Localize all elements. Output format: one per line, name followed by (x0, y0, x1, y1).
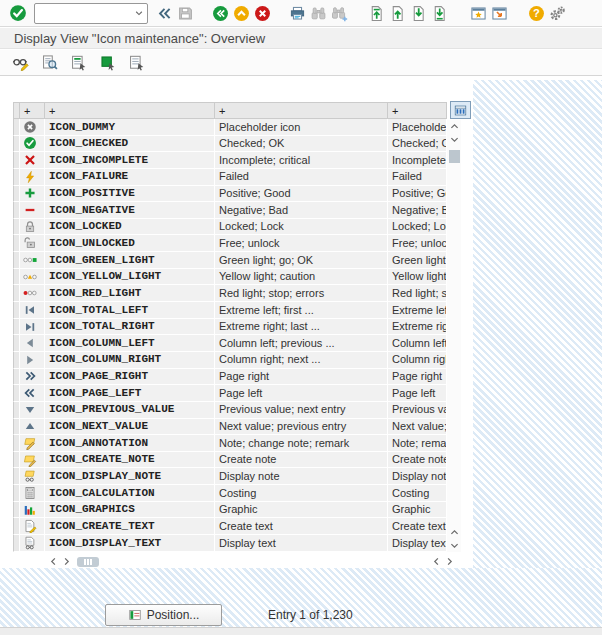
row-selector[interactable] (13, 535, 20, 552)
description2-cell[interactable]: Negative; Bad (388, 202, 447, 219)
first-page-button[interactable] (366, 2, 387, 24)
row-selector[interactable] (13, 186, 20, 203)
table-row[interactable]: ICON_NEXT_VALUENext value; previous entr… (13, 419, 461, 436)
row-icon-cell[interactable] (20, 485, 45, 502)
vertical-scrollbar[interactable] (447, 120, 461, 552)
description-cell[interactable]: Display note (215, 468, 388, 485)
row-icon-cell[interactable] (20, 419, 45, 436)
scroll-left-button[interactable] (47, 555, 60, 568)
row-icon-cell[interactable] (20, 302, 45, 319)
row-selector[interactable] (13, 319, 20, 336)
row-icon-cell[interactable] (20, 402, 45, 419)
table-row[interactable]: ICON_GREEN_LIGHTGreen light; go; OKGreen… (13, 252, 461, 269)
page-down-button[interactable] (408, 2, 429, 24)
description-cell[interactable]: Checked; OK (215, 136, 388, 153)
description-cell[interactable]: Next value; previous entry (215, 419, 388, 436)
row-selector[interactable] (13, 369, 20, 386)
row-selector[interactable] (13, 452, 20, 469)
row-icon-cell[interactable] (20, 468, 45, 485)
command-field[interactable] (34, 3, 148, 24)
description-cell[interactable]: Graphic (215, 502, 388, 519)
table-row[interactable]: ICON_POSITIVEPositive; GoodPositive; Goo… (13, 186, 461, 203)
icon-name-cell[interactable]: ICON_YELLOW_LIGHT (45, 269, 215, 286)
description-cell[interactable]: Failed (215, 169, 388, 186)
table-row[interactable]: ICON_RED_LIGHTRed light; stop; errorsRed… (13, 285, 461, 302)
description2-cell[interactable]: Column left; previous ... (388, 335, 447, 352)
description-cell[interactable]: Free; unlock (215, 235, 388, 252)
column-header-3[interactable]: + (388, 102, 447, 119)
row-icon-cell[interactable] (20, 452, 45, 469)
row-selector[interactable] (13, 385, 20, 402)
icon-name-cell[interactable]: ICON_INCOMPLETE (45, 152, 215, 169)
scroll-down-button[interactable] (448, 133, 461, 146)
row-selector[interactable] (13, 402, 20, 419)
icon-name-cell[interactable]: ICON_ANNOTATION (45, 435, 215, 452)
cancel-button[interactable] (252, 2, 273, 24)
table-settings-button[interactable] (450, 101, 471, 119)
description-cell[interactable]: Create note (215, 452, 388, 469)
table-row[interactable]: ICON_ANNOTATIONNote; change note; remark… (13, 435, 461, 452)
icon-name-cell[interactable]: ICON_PREVIOUS_VALUE (45, 402, 215, 419)
description-cell[interactable]: Column left; previous ... (215, 335, 388, 352)
row-icon-cell[interactable] (20, 119, 45, 136)
chevron-down-icon[interactable] (134, 8, 144, 18)
description2-cell[interactable]: Green light; go; OK (388, 252, 447, 269)
position-button[interactable]: Position... (105, 604, 222, 626)
icon-name-cell[interactable]: ICON_NEXT_VALUE (45, 419, 215, 436)
table-row[interactable]: ICON_FAILUREFailedFailed (13, 169, 461, 186)
icon-name-cell[interactable]: ICON_CHECKED (45, 136, 215, 153)
description2-cell[interactable]: Locked; Lock (388, 219, 447, 236)
row-selector[interactable] (13, 468, 20, 485)
description-cell[interactable]: Costing (215, 485, 388, 502)
description-cell[interactable]: Incomplete; critical (215, 152, 388, 169)
row-icon-cell[interactable] (20, 352, 45, 369)
print-button[interactable] (287, 2, 308, 24)
table-row[interactable]: ICON_PAGE_RIGHTPage rightPage right (13, 369, 461, 386)
last-page-button[interactable] (429, 2, 450, 24)
row-selector[interactable] (13, 235, 20, 252)
row-icon-cell[interactable] (20, 369, 45, 386)
table-row[interactable]: ICON_PREVIOUS_VALUEPrevious value; next … (13, 402, 461, 419)
new-session-button[interactable] (468, 2, 489, 24)
table-row[interactable]: ICON_INCOMPLETEIncomplete; criticalIncom… (13, 152, 461, 169)
table-row[interactable]: ICON_TOTAL_RIGHTExtreme right; last ...E… (13, 319, 461, 336)
table-row[interactable]: ICON_LOCKEDLocked; LockLocked; Lock (13, 219, 461, 236)
icon-name-cell[interactable]: ICON_COLUMN_RIGHT (45, 352, 215, 369)
icon-name-cell[interactable]: ICON_LOCKED (45, 219, 215, 236)
description-cell[interactable]: Green light; go; OK (215, 252, 388, 269)
help-button[interactable]: ? (526, 2, 547, 24)
description-cell[interactable]: Create text (215, 518, 388, 535)
table-row[interactable]: ICON_DUMMYPlaceholder iconPlaceholder ic… (13, 119, 461, 136)
row-icon-cell[interactable] (20, 502, 45, 519)
table-row[interactable]: ICON_DISPLAY_TEXTDisplay textDisplay tex… (13, 535, 461, 552)
row-selector[interactable] (13, 202, 20, 219)
scroll-right-button[interactable] (60, 555, 73, 568)
row-icon-cell[interactable] (20, 535, 45, 552)
row-selector[interactable] (13, 419, 20, 436)
description-cell[interactable]: Extreme left; first ... (215, 302, 388, 319)
row-icon-cell[interactable] (20, 169, 45, 186)
deselect-all-button[interactable] (126, 53, 146, 73)
description-cell[interactable]: Display text (215, 535, 388, 552)
description-cell[interactable]: Red light; stop; errors (215, 285, 388, 302)
row-icon-cell[interactable] (20, 202, 45, 219)
choose-details-button[interactable] (39, 53, 59, 73)
exit-button[interactable] (231, 2, 252, 24)
row-icon-cell[interactable] (20, 136, 45, 153)
description2-cell[interactable]: Previous value; next entry (388, 402, 447, 419)
description2-cell[interactable]: Display note (388, 468, 447, 485)
scroll-up-button[interactable] (448, 120, 461, 133)
column-header-1[interactable]: + (45, 102, 215, 119)
table-row[interactable]: ICON_CALCULATIONCostingCosting (13, 485, 461, 502)
table-row[interactable]: ICON_DISPLAY_NOTEDisplay noteDisplay not… (13, 468, 461, 485)
icon-name-cell[interactable]: ICON_POSITIVE (45, 186, 215, 203)
row-selector[interactable] (13, 352, 20, 369)
back-button[interactable] (154, 2, 175, 24)
description2-cell[interactable]: Extreme left; first ... (388, 302, 447, 319)
table-row[interactable]: ICON_COLUMN_LEFTColumn left; previous ..… (13, 335, 461, 352)
row-selector[interactable] (13, 285, 20, 302)
row-icon-cell[interactable] (20, 152, 45, 169)
horizontal-scroll-thumb[interactable] (77, 557, 99, 567)
row-selector[interactable] (13, 518, 20, 535)
row-icon-cell[interactable] (20, 186, 45, 203)
